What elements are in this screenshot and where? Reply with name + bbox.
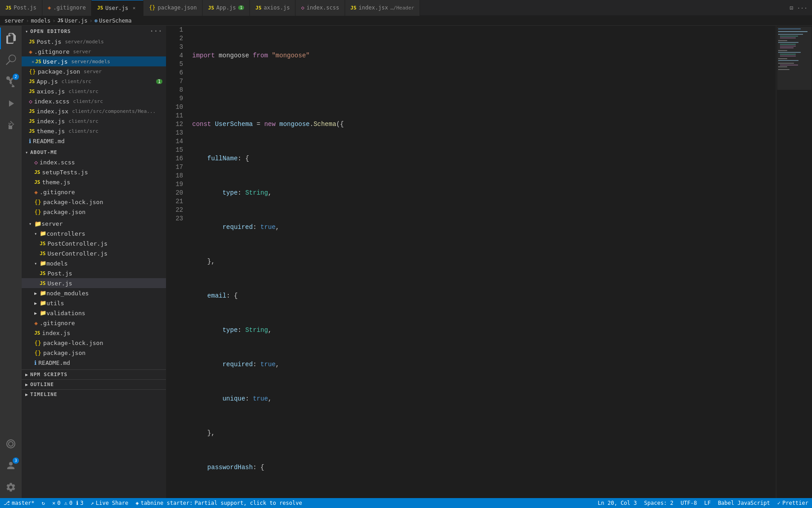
open-editor-index-scss[interactable]: ◇ index.scss client/src [22,96,166,106]
timeline-header[interactable]: ▶ TIMELINE [22,389,166,399]
activity-extensions[interactable] [0,114,22,136]
tab-axios-js[interactable]: JS axios.js [250,0,295,16]
user-js-tree[interactable]: JS User.js [22,278,166,288]
close-icon[interactable]: ✕ [31,59,35,64]
open-editor-index-js[interactable]: JS index.js client/src [22,116,166,126]
npm-scripts-header[interactable]: ▶ NPM SCRIPTS [22,369,166,379]
server-package-lock[interactable]: {} package-lock.json [22,338,166,348]
user-controller-js[interactable]: JS UserController.js [22,248,166,258]
about-me-package-lock[interactable]: {} package-lock.json [22,197,166,207]
status-branch[interactable]: ⎇ master* [0,498,38,508]
utils-folder[interactable]: ▶ 📁 utils [22,298,166,308]
server-package-json[interactable]: {} package.json [22,348,166,358]
js-icon: JS [34,330,40,336]
json-icon: {} [34,209,42,215]
code-line-4: fullName: { [192,154,772,163]
code-container[interactable]: 12345 678910 1112131415 1617181920 21222… [166,26,812,498]
file-label: Post.js [47,270,72,277]
tab-label: .gitignore [53,5,86,11]
breadcrumb-server[interactable]: server [5,18,24,24]
js-icon: JS [40,280,46,286]
open-editor-user-js[interactable]: ✕ JS User.js server/models [22,56,166,66]
git-icon: ◈ [34,189,38,196]
tab-app-js[interactable]: JS App.js 1 [203,0,250,16]
accounts-badge: 3 [13,457,19,464]
breadcrumb-sep2: › [52,18,55,24]
tabs-ellipsis[interactable]: ··· [797,5,807,11]
js-icon: JS [40,270,46,276]
status-sync[interactable]: ↻ [38,498,49,508]
open-editor-post-js[interactable]: JS Post.js server/models [22,37,166,47]
status-line-ending[interactable]: LF [701,498,714,508]
tab-package-json[interactable]: {} package.json [143,0,203,16]
activity-explorer[interactable] [0,28,22,49]
tab-index-scss[interactable]: ◇ index.scss [295,0,345,16]
line-numbers: 12345 678910 1112131415 1617181920 21222… [166,26,189,498]
activity-run[interactable] [0,93,22,114]
activity-accounts[interactable]: 3 [0,455,22,476]
js-icon: JS [5,5,11,11]
post-js-tree[interactable]: JS Post.js [22,268,166,278]
server-index-js[interactable]: JS index.js [22,328,166,338]
breadcrumb-symbol[interactable]: ⊛ UserSchema [94,18,131,24]
status-live-share[interactable]: ↗ Live Share [87,498,132,508]
status-tabnine[interactable]: ◈ tabnine starter: Partial support, clic… [132,498,305,508]
open-editor-gitignore[interactable]: ◈ .gitignore server [22,47,166,56]
about-me-package-json[interactable]: {} package.json [22,207,166,217]
models-folder[interactable]: ▾ 📁 models [22,258,166,268]
info-icon: ℹ [34,359,37,366]
open-editor-axios-js[interactable]: JS axios.js client/src [22,86,166,96]
node-modules-folder[interactable]: ▶ 📁 node_modules [22,288,166,298]
post-controller-js[interactable]: JS PostController.js [22,238,166,248]
open-editor-readme[interactable]: ℹ README.md [22,136,166,146]
validations-folder[interactable]: ▶ 📁 validations [22,308,166,318]
activity-remote[interactable] [0,433,22,455]
split-editor-icon[interactable]: ⊡ [790,5,794,11]
json-icon: {} [149,5,155,11]
js-icon: JS [34,169,40,175]
json-icon: {} [34,350,42,356]
file-label: setupTests.js [42,169,88,176]
status-spaces[interactable]: Spaces: 2 [641,498,677,508]
folder-icon: 📁 [40,260,46,266]
jsx-icon: JS [29,108,35,114]
breadcrumb-sep1: › [26,18,29,24]
tab-post-js[interactable]: JS Post.js [0,0,42,16]
status-position[interactable]: Ln 20, Col 3 [594,498,641,508]
server-gitignore[interactable]: ◈ .gitignore [22,318,166,328]
open-editors-ellipsis[interactable]: ··· [150,28,162,35]
status-formatter[interactable]: ✓ Prettier [774,498,812,508]
activity-search[interactable] [0,49,22,71]
open-editor-index-jsx[interactable]: JS index.jsx client/src/components/Hea..… [22,106,166,116]
status-errors[interactable]: ✕ 0 ⚠ 0 ℹ 3 [49,498,87,508]
open-editor-app-js[interactable]: JS App.js client/src 1 [22,76,166,86]
about-me-header[interactable]: ▾ ABOUT-ME [22,148,166,157]
open-editor-filename: Post.js [37,38,61,45]
tab-close-button[interactable]: ✕ [130,5,138,12]
about-me-setup-tests[interactable]: JS setupTests.js [22,167,166,177]
activity-source-control[interactable]: 2 [0,71,22,93]
activity-settings[interactable] [0,476,22,498]
about-me-index-scss[interactable]: ◇ index.scss [22,157,166,167]
open-editor-theme-js[interactable]: JS theme.js client/src [22,126,166,136]
server-readme[interactable]: ℹ README.md [22,358,166,368]
status-encoding[interactable]: UTF-8 [677,498,701,508]
chevron-right-icon: ▶ [25,372,28,377]
open-editor-package-json[interactable]: {} package.json server [22,66,166,76]
breadcrumb-models[interactable]: models [31,18,51,24]
open-editors-header[interactable]: ▾ OPEN EDITORS ··· [22,26,166,37]
breadcrumb-file[interactable]: JS User.js [57,18,88,24]
server-folder[interactable]: ▾ 📁 server [22,219,166,228]
tab-user-js[interactable]: JS User.js ✕ [92,0,143,16]
outline-header[interactable]: ▶ OUTLINE [22,379,166,389]
tab-gitignore[interactable]: ◈ .gitignore [42,0,92,16]
minimap [776,26,812,498]
tab-label: index.scss [307,5,339,11]
tab-index-jsx[interactable]: JS index.jsx …/Header [345,0,420,16]
code-editor[interactable]: import mongoose from "mongoose" const Us… [189,26,776,498]
about-me-theme-js[interactable]: JS theme.js [22,177,166,187]
about-me-gitignore[interactable]: ◈ .gitignore [22,187,166,197]
json-icon: {} [29,68,36,75]
status-language[interactable]: Babel JavaScript [714,498,774,508]
controllers-folder[interactable]: ▾ 📁 controllers [22,228,166,238]
